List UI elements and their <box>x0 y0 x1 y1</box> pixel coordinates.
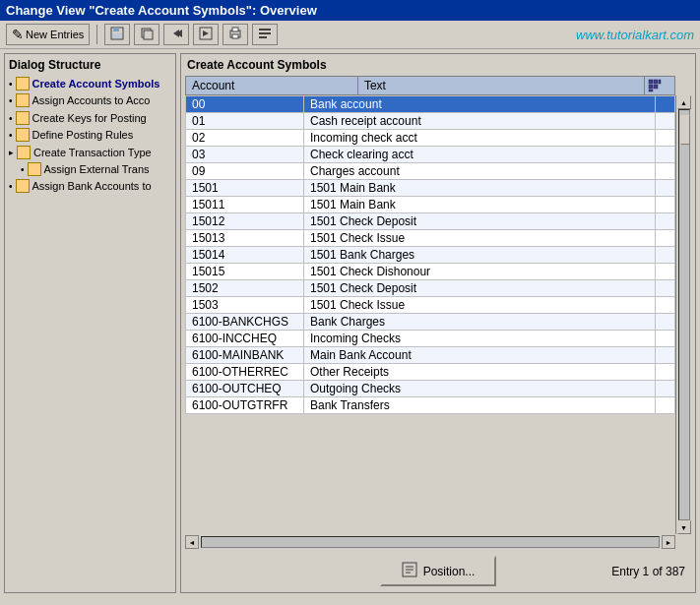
table-row[interactable]: 150141501 Bank Charges <box>186 247 675 264</box>
cell-spacer <box>656 347 675 364</box>
cell-account: 1502 <box>186 280 304 297</box>
cell-text: Charges account <box>304 163 656 180</box>
position-icon <box>402 562 417 580</box>
cell-text: Other Receipts <box>304 364 656 381</box>
cell-text: 1501 Main Bank <box>304 180 656 197</box>
cell-account: 6100-OUTCHEQ <box>186 381 304 397</box>
cell-spacer <box>656 147 675 163</box>
position-btn-label: Position... <box>423 565 476 578</box>
svg-rect-18 <box>649 85 653 89</box>
folder-icon-4 <box>16 128 30 142</box>
svg-rect-10 <box>232 28 238 31</box>
cell-account: 15015 <box>186 264 304 280</box>
forward-icon <box>199 27 213 42</box>
table-row[interactable]: 6100-MAINBANKMain Bank Account <box>186 347 675 364</box>
sidebar-item-create-keys[interactable]: • Create Keys for Posting <box>9 110 171 127</box>
cell-account: 15014 <box>186 247 304 264</box>
save-icon <box>110 27 124 42</box>
cell-spacer <box>656 180 675 197</box>
cell-spacer <box>656 230 675 247</box>
cell-spacer <box>656 364 675 381</box>
table-row[interactable]: 150131501 Check Issue <box>186 230 675 247</box>
title-bar: Change View "Create Account Symbols": Ov… <box>0 0 700 21</box>
table-row[interactable]: 6100-OUTGTRFRBank Transfers <box>186 397 675 414</box>
back-button[interactable] <box>163 24 189 45</box>
table-row[interactable]: 6100-BANKCHGSBank Charges <box>186 314 675 331</box>
table-row[interactable]: 15021501 Check Deposit <box>186 280 675 297</box>
toolbar: ✎ New Entries <box>0 21 700 49</box>
table-row[interactable]: 6100-INCCHEQIncoming Checks <box>186 331 675 347</box>
sidebar-item-create-account-symbols[interactable]: • Create Account Symbols <box>9 76 171 92</box>
scroll-up-button[interactable]: ▲ <box>677 95 691 109</box>
dialog-panel: Dialog Structure • Create Account Symbol… <box>4 53 176 593</box>
find-button[interactable] <box>252 24 278 45</box>
bullet-icon-7: • <box>9 180 13 194</box>
new-entries-button[interactable]: ✎ New Entries <box>6 24 90 45</box>
cell-spacer <box>656 280 675 297</box>
entry-info: Entry 1 of 387 <box>611 565 685 578</box>
bullet-icon-3: • <box>9 112 13 126</box>
copy-button[interactable] <box>134 24 159 45</box>
svg-rect-4 <box>144 30 153 39</box>
cell-text: 1501 Main Bank <box>304 197 656 213</box>
cell-spacer <box>656 297 675 314</box>
table-row[interactable]: 02Incoming check acct <box>186 130 675 147</box>
svg-rect-15 <box>649 80 653 84</box>
cell-spacer <box>656 264 675 280</box>
cell-text: 1501 Bank Charges <box>304 247 656 264</box>
cell-account: 02 <box>186 130 304 147</box>
scroll-track <box>678 109 690 520</box>
back-icon <box>169 27 183 42</box>
find-icon <box>258 27 272 42</box>
watermark: www.tutorialkart.com <box>576 28 694 42</box>
print-button[interactable] <box>223 24 248 45</box>
cell-text: 1501 Check Issue <box>304 230 656 247</box>
table-row[interactable]: 15011501 Main Bank <box>186 180 675 197</box>
cell-spacer <box>656 113 675 130</box>
bullet-icon-4: • <box>9 129 13 143</box>
folder-icon-7 <box>16 179 30 193</box>
table-row[interactable]: 150111501 Main Bank <box>186 197 675 213</box>
table-row[interactable]: 150121501 Check Deposit <box>186 213 675 230</box>
title-text: Change View "Create Account Symbols": Ov… <box>6 3 317 18</box>
cell-spacer <box>656 197 675 213</box>
scroll-thumb[interactable] <box>680 115 690 145</box>
cell-text: Cash receipt account <box>304 113 656 130</box>
svg-rect-14 <box>259 36 267 38</box>
svg-rect-17 <box>659 80 661 84</box>
table-row[interactable]: 6100-OTHERRECOther Receipts <box>186 364 675 381</box>
cell-account: 15012 <box>186 213 304 230</box>
cell-spacer <box>656 331 675 347</box>
vertical-scrollbar[interactable]: ▲ ▼ <box>675 95 691 534</box>
table-row[interactable]: 00Bank account <box>186 96 675 113</box>
cell-account: 6100-MAINBANK <box>186 347 304 364</box>
cell-spacer <box>656 213 675 230</box>
cell-text: Incoming Checks <box>304 331 656 347</box>
sidebar-item-create-transaction[interactable]: ▸ Create Transaction Type <box>9 145 171 161</box>
bullet-icon-2: • <box>9 94 13 108</box>
table-row[interactable]: 15031501 Check Issue <box>186 297 675 314</box>
sidebar-item-assign-accounts[interactable]: • Assign Accounts to Acco <box>9 92 171 109</box>
sidebar-item-define-posting[interactable]: • Define Posting Rules <box>9 127 171 144</box>
svg-marker-8 <box>203 30 209 36</box>
folder-icon-3 <box>16 111 30 125</box>
save-button[interactable] <box>104 24 130 45</box>
sidebar-item-assign-external[interactable]: • Assign External Trans <box>9 161 171 178</box>
cell-account: 1501 <box>186 180 304 197</box>
scroll-down-button[interactable]: ▼ <box>677 520 691 534</box>
cell-spacer <box>656 247 675 264</box>
table-row[interactable]: 6100-OUTCHEQOutgoing Checks <box>186 381 675 397</box>
data-table: 00Bank account01Cash receipt account02In… <box>185 95 675 414</box>
position-button[interactable]: Position... <box>380 556 497 586</box>
table-row[interactable]: 09Charges account <box>186 163 675 180</box>
table-row[interactable]: 03Check clearing acct <box>186 147 675 163</box>
table-row[interactable]: 01Cash receipt account <box>186 113 675 130</box>
table-row[interactable]: 150151501 Check Dishonour <box>186 264 675 280</box>
forward-button[interactable] <box>193 24 219 45</box>
sidebar-item-assign-bank[interactable]: • Assign Bank Accounts to <box>9 178 171 195</box>
scroll-right-button[interactable]: ► <box>662 535 675 549</box>
col-header-icon[interactable] <box>645 77 675 95</box>
cell-text: Incoming check acct <box>304 130 656 147</box>
scroll-left-button[interactable]: ◄ <box>185 535 199 549</box>
bottom-area: Position... Entry 1 of 387 <box>181 550 695 592</box>
